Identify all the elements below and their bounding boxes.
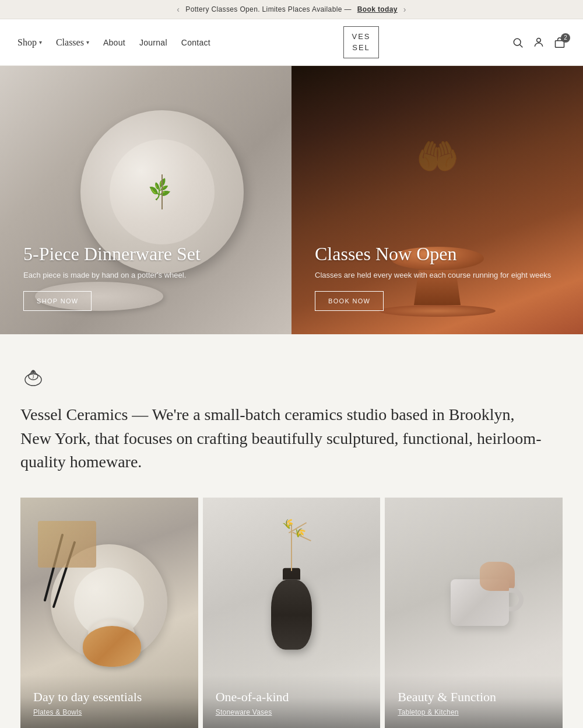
hero-right: 🤲 Classes Now Open Classes are held ever…: [292, 66, 583, 334]
cat-card-sub-2: Stoneware Vases: [216, 708, 368, 716]
announcement-next-icon[interactable]: ›: [403, 5, 406, 14]
card-mug: [451, 579, 509, 626]
hero-left-subtitle: Each piece is made by hand on a potter's…: [23, 271, 201, 279]
nav-right: 2: [512, 37, 566, 48]
cat-card-overlay-3: Beauty & Function Tabletop & Kitchen: [385, 675, 563, 728]
hero-section: 🌿 5-Piece Dinnerware Set Each piece is m…: [0, 66, 583, 334]
announcement-prev-icon[interactable]: ‹: [177, 5, 180, 14]
nav-shop-label: Shop: [17, 37, 37, 48]
bread-decor: [83, 626, 141, 667]
logo-line2: SEL: [352, 43, 371, 53]
nav-classes[interactable]: Classes ▾: [56, 37, 89, 48]
hero-left-title: 5-Piece Dinnerware Set: [23, 243, 201, 265]
hero-right-content: Classes Now Open Classes are held every …: [315, 243, 551, 311]
nav-about[interactable]: About: [103, 38, 125, 47]
vase-body: [271, 580, 312, 650]
nav-shop[interactable]: Shop ▾: [17, 37, 42, 48]
search-icon: [512, 37, 524, 48]
svg-point-6: [32, 370, 34, 373]
plate-inner: 🌿: [110, 139, 215, 244]
nav-classes-label: Classes: [56, 37, 84, 48]
account-button[interactable]: [533, 37, 545, 48]
hero-right-title: Classes Now Open: [315, 243, 551, 265]
chevron-down-icon: ▾: [86, 39, 89, 46]
svg-line-1: [520, 44, 523, 47]
svg-point-2: [537, 38, 541, 42]
cart-badge: 2: [561, 33, 570, 43]
shop-now-button[interactable]: SHOP NOW: [23, 291, 92, 311]
about-section: J Vessel Ceramics — We're a small-batch …: [0, 334, 583, 498]
chevron-down-icon: ▾: [39, 39, 42, 46]
svg-text:J: J: [32, 374, 34, 380]
nav-left: Shop ▾ Classes ▾ About Journal Contact: [17, 37, 210, 48]
book-now-button[interactable]: BOOK NOW: [315, 291, 384, 311]
cat-card-title-1: Day to day essentials: [33, 690, 185, 705]
plant-leaves-icon: 🌿: [147, 177, 173, 202]
cat-card-sub-3: Tabletop & Kitchen: [398, 708, 550, 716]
cat-card-overlay-1: Day to day essentials Plates & Bowls: [20, 675, 198, 728]
category-card-2[interactable]: 🌾 🌾 One-of-a-kind Stoneware Vases: [203, 498, 381, 728]
cart-button[interactable]: 2: [554, 37, 566, 48]
hero-left-content: 5-Piece Dinnerware Set Each piece is mad…: [23, 243, 201, 311]
hand-decor: [480, 562, 515, 591]
cat-card-title-3: Beauty & Function: [398, 690, 550, 705]
category-card-3[interactable]: Beauty & Function Tabletop & Kitchen: [385, 498, 563, 728]
hero-right-subtitle: Classes are held every week with each co…: [315, 271, 551, 279]
hands-decor: 🤲: [416, 136, 459, 177]
search-button[interactable]: [512, 37, 524, 48]
about-text: Vessel Ceramics — We're a small-batch ce…: [20, 403, 545, 474]
announcement-text: Pottery Classes Open. Limites Places Ava…: [185, 5, 352, 13]
logo-line1: VES: [352, 32, 371, 42]
brand-icon: J: [20, 363, 46, 389]
announcement-bar: ‹ Pottery Classes Open. Limites Places A…: [0, 0, 583, 19]
user-icon: [533, 37, 545, 48]
plant-stem: [161, 174, 163, 209]
logo[interactable]: VES SEL: [343, 26, 380, 58]
nav-journal[interactable]: Journal: [139, 38, 167, 47]
svg-point-0: [514, 38, 521, 46]
card-vase: 🌾 🌾: [271, 571, 312, 650]
cat-card-sub-1: Plates & Bowls: [33, 708, 185, 716]
category-card-1[interactable]: Day to day essentials Plates & Bowls: [20, 498, 198, 728]
categories-section: Day to day essentials Plates & Bowls 🌾 🌾…: [0, 498, 583, 728]
header: Shop ▾ Classes ▾ About Journal Contact V…: [0, 19, 583, 66]
announcement-link[interactable]: Book today: [357, 5, 398, 13]
cutting-board: [38, 521, 96, 568]
nav-contact[interactable]: Contact: [181, 38, 210, 47]
cat-card-title-2: One-of-a-kind: [216, 690, 368, 705]
cat-card-overlay-2: One-of-a-kind Stoneware Vases: [203, 675, 381, 728]
hero-left: 🌿 5-Piece Dinnerware Set Each piece is m…: [0, 66, 292, 334]
